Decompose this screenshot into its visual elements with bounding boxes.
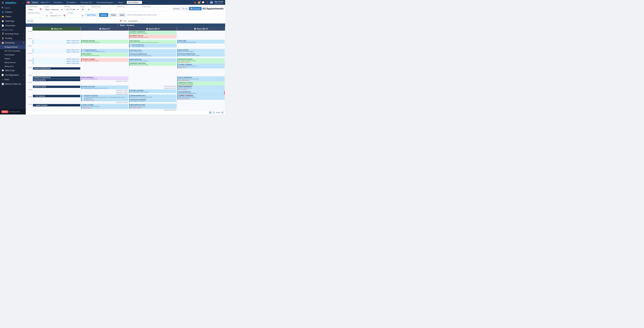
add-filters-btn[interactable]: Add Filters	[85, 13, 98, 17]
mr3t-alyssa-lloyd[interactable]: ALYSSA LLOYD MRI LUMBAR SPINE	[129, 49, 176, 53]
nav-left-icon[interactable]: ‹	[22, 2, 23, 4]
tab-reschedule[interactable]: Reschedule Request ✕	[95, 1, 116, 4]
location-select[interactable]: Miami - Aventura	[44, 8, 63, 12]
mr3t-roberta-tellez[interactable]: ROBERTA TELLEZ MRI CHEST WITHOUT(71550)	[129, 35, 176, 38]
mr3t-marcelina-bowden[interactable]: MARCELINA BOWDEN MRI BRAIN WITH(70552)	[129, 98, 176, 102]
mrhf-brandon-samson[interactable]: BRANDON SAMSON MRI BRAIN WITHOUT(70551) …	[178, 58, 225, 63]
tab-default[interactable]: Default	[31, 1, 39, 4]
mrhf-mary-parish[interactable]: MARY PARISH MRA HEAD W/WO(70546)	[178, 49, 225, 53]
mr3t-leron-marinovsky[interactable]: LERON MARINOVSKY MRI CERVICAL SPINE W/WO…	[129, 95, 176, 98]
cr-james-connor[interactable]: ● JAMES CONNOR	[33, 104, 80, 106]
help-icon[interactable]: ❓	[206, 1, 208, 4]
mrhf-paula-anderson[interactable]: PAULA ANDERSON MRI LUMBAR SPINE WITH(721…	[178, 76, 225, 82]
dob-calendar-icon[interactable]: 📅	[62, 15, 66, 17]
sms-chats-item[interactable]: 💬 SMS Chats ›	[0, 68, 26, 73]
tab-cr-waitlist[interactable]: CR Waitlist ✕	[65, 1, 78, 4]
pending-item[interactable]: ⏳ Pending ›	[0, 36, 26, 41]
rooms-select[interactable]: All	[80, 8, 90, 12]
cr-walk-in-4[interactable]: Walk-In XRay ONLY	[33, 51, 80, 53]
nav-right-icon[interactable]: ›	[24, 2, 24, 4]
chat-icon[interactable]: 💬	[202, 1, 204, 4]
ct-tyler-ricketts[interactable]: ▲ TYLER RICKETTS CT ANKLE ARTHOGRAM(7701…	[81, 49, 128, 53]
cr-walk-in-2[interactable]: Walk-In XRay ONLY	[33, 42, 80, 44]
tasks-item[interactable]: ✓ Tasks ›	[0, 77, 26, 82]
billing-review-sub[interactable]: Billing Review	[0, 61, 26, 64]
pane-btn[interactable]: ⊞ Pane	[172, 7, 181, 10]
cr-walk-in-5[interactable]: Walk-In XRay ONLY	[33, 58, 80, 60]
dob-input[interactable]	[50, 15, 62, 17]
ct-sam-lipman[interactable]: SAM LIPMAN CT ABDOMEN W/WO(74170)	[81, 53, 128, 57]
cr-walk-in-6[interactable]: Walk-In XRay ONLY	[33, 60, 80, 62]
cal-next-btn[interactable]: ›	[30, 20, 34, 23]
clear-btn[interactable]: Clear	[110, 13, 117, 17]
billing-error-sub[interactable]: Billing Error	[0, 64, 26, 68]
zoom-settings-btn[interactable]: ⚙️	[209, 111, 212, 114]
cr-franklin-weintraub-1[interactable]: FRANKLIN WEINTRAUB	[33, 67, 80, 70]
miami-cr-body[interactable]: Walk-In XRay ONLY Walk-In XRay ONLY Walk…	[32, 31, 80, 111]
modality-select[interactable]: CR, CT, MR	[64, 8, 79, 12]
user-avatar[interactable]: MS	[210, 1, 213, 4]
tab-arrived-miami[interactable]: Arrived Miami ✕	[127, 1, 142, 4]
bookmark-icon[interactable]: 🔖	[194, 1, 196, 4]
pre-registration-item[interactable]: 📝 Pre-Registration ›	[0, 73, 26, 77]
tab-this-week-cr[interactable]: This week CR ✕	[79, 1, 94, 4]
calendar-btn[interactable]: 📅 Calendar	[189, 7, 202, 10]
appt-id-input[interactable]	[91, 8, 116, 12]
tab-miami[interactable]: Miami ✕	[117, 1, 126, 4]
payers-item[interactable]: 💳 Payers	[0, 14, 26, 19]
patient-first-input[interactable]	[117, 8, 142, 12]
miami-mrhf-body[interactable]: FRED SIMS MRI ABDOMEN WITH(74182) MARY P…	[177, 31, 225, 111]
patient-last-input[interactable]	[143, 8, 167, 12]
referrings-item[interactable]: 📋 Referrings	[0, 19, 26, 23]
mrhf-fred-sims[interactable]: FRED SIMS MRI ABDOMEN WITH(74182)	[178, 40, 225, 44]
patients-item[interactable]: 👤 Patients	[0, 10, 26, 14]
save-btn[interactable]: Save	[118, 13, 126, 17]
technologist-sub[interactable]: Technologist	[0, 53, 26, 57]
scheduling-item[interactable]: 📅 Scheduling ▾	[0, 41, 26, 45]
ct-iurii-tsependa[interactable]: IURII TSEPENDA CT CHEST W/WO(71270)	[81, 76, 128, 80]
mr3t-audrey-anderson[interactable]: AUDREY ANDERSON MRI BRAIN WITHOUT(70551)	[129, 31, 176, 35]
birads-item[interactable]: 📊 BIRADs Follow-Up ›	[0, 82, 26, 86]
cal-prev-btn[interactable]: ‹	[27, 20, 30, 23]
zoom-in-btn[interactable]: +	[221, 111, 224, 114]
ns-not-completed-sub[interactable]: NS / Not Completed	[0, 49, 26, 53]
incoming-faxes-item[interactable]: 📠 Incoming Faxes ›	[0, 32, 26, 36]
miami-mr3t-body[interactable]: AUDREY ANDERSON MRI BRAIN WITHOUT(70551)…	[129, 31, 177, 111]
mrhf-franklin-weintraub[interactable]: FRANKLIN WEINTRAUB MRI LUMBAR SPINE W/WO…	[178, 53, 225, 57]
mrhf-paula-peterson[interactable]: PAULA PETERSON MRI HIP WITH(73722) KEITH…	[178, 86, 225, 91]
cr-roy-benliev[interactable]: ● ROY BENLIEV	[33, 95, 80, 97]
mr3t-benjamin-walters[interactable]: BENJAMIN WALTERS MRI KNEE WITH(73719-2) …	[129, 104, 176, 109]
calendar-icon[interactable]: 📅	[39, 8, 42, 11]
bell-icon[interactable]: 🔔!	[198, 1, 200, 4]
ct-francis-turner[interactable]: FRANCIS TURNER CT HEAD WITHOUT(70450)	[81, 58, 128, 62]
tab-cr-waitlist-close[interactable]: ✕	[76, 2, 77, 4]
tab-cancelled[interactable]: Cancelled ✕	[52, 1, 65, 4]
list-btn[interactable]: ☰ List	[181, 7, 189, 10]
mr3t-roy-benliev[interactable]: ROY BENLIEV MRI SOFT TISSUE NECK W/WITHO…	[129, 40, 176, 44]
cr-walk-in-7[interactable]: Walk-In XRay ONLY	[33, 62, 80, 64]
cr-wilson-martin[interactable]: WILSON MARTIN	[33, 79, 80, 81]
tab-arrived-miami-close[interactable]: ✕	[140, 2, 141, 4]
ct-rafael-de-leon[interactable]: RAFAEL DE LEON CT ABDOMEN AND PELVIS W/W…	[81, 86, 128, 89]
tab-reschedule-close[interactable]: ✕	[114, 2, 115, 4]
tab-miami-ct-close[interactable]: ✕	[49, 2, 50, 4]
tab-this-week-cr-close[interactable]: ✕	[92, 2, 93, 4]
mr3t-franklin-weintraub[interactable]: FRANKLIN WEINTRAUB MRI LUMBAR SPINE W/WO…	[129, 53, 176, 57]
mr3t-mary-wieland[interactable]: MARY WIELAND MRI BRAIN WITHOUT(70551)	[129, 58, 176, 62]
miami-ct-body[interactable]: DEANNA WATSON CT CHEST WITHOUT(71250) ▲ …	[81, 31, 129, 111]
cr-augusto-smith[interactable]: AUGUSTO SMITH	[33, 86, 80, 88]
mr3t-gregory-smithson[interactable]: GREGORY SMITHSON MRI CHEST WITHOUT(71550…	[129, 62, 176, 66]
tab-cancelled-close[interactable]: ✕	[62, 2, 63, 4]
all-appointments-sub[interactable]: All Appointments	[0, 45, 26, 49]
documents-item[interactable]: 📄 Documents	[0, 23, 26, 28]
ct-deanna-watson[interactable]: DEANNA WATSON CT CHEST WITHOUT(71250)	[81, 40, 128, 44]
ct-vincent-sanchez[interactable]: ▲ VINCENT SANCHEZ CT ABDOMEN AND PELVIS …	[81, 95, 128, 101]
search-btn[interactable]: Search	[99, 13, 108, 17]
mr3t-dylan-kolles[interactable]: ▲ DYLAN KOLLES MRI LUMBAR SPINE	[129, 44, 176, 48]
schedule-dates-input[interactable]	[28, 8, 39, 11]
cr-walk-in-1[interactable]: Walk-In XRay ONLY	[33, 40, 80, 42]
menu-icon[interactable]: ☰	[2, 1, 4, 4]
waitlist-sub[interactable]: Waitlist	[0, 57, 26, 61]
zoom-out-btn[interactable]: −	[212, 111, 215, 114]
mrhf-audrey-anderson[interactable]: AUDREY ANDERSON MRI BRAIN WITHOUT(70551)…	[178, 95, 225, 100]
